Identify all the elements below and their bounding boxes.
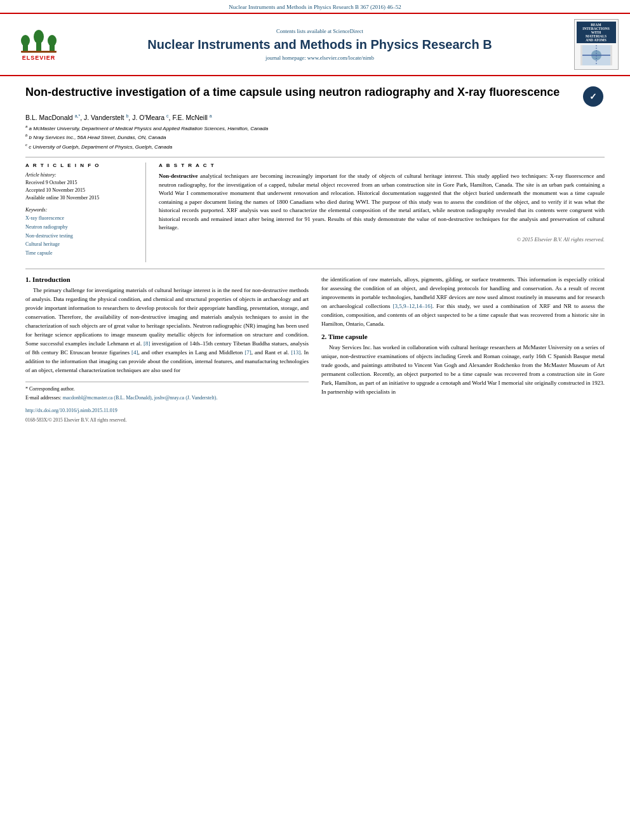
- crossmark-icon: ✓: [583, 86, 603, 107]
- beam-box-title: BEAMINTERACTIONSWITHMATERIALSAND ATOMS: [577, 22, 616, 43]
- divider-2: [25, 269, 605, 269]
- svg-point-4: [34, 30, 44, 44]
- keywords-title: Keywords:: [25, 207, 136, 213]
- svg-point-5: [48, 35, 57, 46]
- affil-b: b b Nray Services Inc., 56A Head Street,…: [25, 133, 605, 142]
- authors-line: B.L. MacDonald a,*, J. Vanderstelt b, J.…: [25, 113, 605, 121]
- elsevier-tree-icon: [20, 28, 58, 53]
- body-content: 1. Introduction The primary challenge fo…: [25, 276, 605, 423]
- author-vanderstelt: J. Vanderstelt b: [84, 114, 128, 121]
- journal-header: ELSEVIER Contents lists available at Sci…: [0, 13, 630, 76]
- footnote-email: E-mail addresses: macdonbl@mcmaster.ca (…: [25, 394, 309, 402]
- abstract-label: A B S T R A C T: [159, 163, 605, 168]
- accepted-date: Accepted 10 November 2015: [25, 187, 136, 194]
- journal-homepage: journal homepage: www.elsevier.com/locat…: [265, 55, 374, 61]
- right-column: the identification of raw materials, all…: [321, 276, 605, 423]
- svg-rect-6: [21, 51, 57, 53]
- elsevier-logo-area: ELSEVIER: [10, 19, 67, 70]
- paper-title: Non-destructive investigation of a time …: [25, 85, 575, 100]
- keywords-group: Keywords: X-ray fluorescence Neutron rad…: [25, 207, 136, 257]
- keyword-4[interactable]: Cultural heritage: [25, 240, 136, 249]
- keyword-3[interactable]: Non-destructive testing: [25, 232, 136, 241]
- article-info-abstract-section: A R T I C L E I N F O Article history: R…: [25, 163, 605, 262]
- journal-citation-text: Nuclear Instruments and Methods in Physi…: [229, 4, 401, 10]
- keywords-list: X-ray fluorescence Neutron radiography N…: [25, 214, 136, 257]
- affil-c: c c University of Guelph, Department of …: [25, 142, 605, 151]
- time-capsule-heading: 2. Time capsule: [321, 333, 605, 340]
- footnote-section: * Corresponding author. E-mail addresses…: [25, 382, 309, 423]
- author-macdonald: B.L. MacDonald a,*: [25, 114, 80, 121]
- article-history-group: Article history: Received 9 October 2015…: [25, 172, 136, 202]
- main-content: Non-destructive investigation of a time …: [0, 76, 630, 430]
- available-date: Available online 30 November 2015: [25, 194, 136, 202]
- introduction-heading: 1. Introduction: [25, 276, 309, 283]
- intro-paragraph-1: The primary challenge for investigating …: [25, 286, 309, 375]
- copyright-notice: © 2015 Elsevier B.V. All rights reserved…: [159, 236, 605, 243]
- journal-citation-bar: Nuclear Instruments and Methods in Physi…: [0, 0, 630, 13]
- svg-point-3: [21, 35, 30, 46]
- sciencedirect-label: Contents lists available at ScienceDirec…: [276, 28, 363, 34]
- beam-interactions-box-area: BEAMINTERACTIONSWITHMATERIALSAND ATOMS: [572, 19, 620, 70]
- abstract-column: A B S T R A C T Non-destructive analytic…: [159, 163, 605, 262]
- journal-title: Nuclear Instruments and Methods in Physi…: [147, 37, 492, 52]
- elsevier-label: ELSEVIER: [22, 55, 56, 61]
- copyright-footer: 0168-583X/© 2015 Elsevier B.V. All right…: [25, 417, 309, 423]
- received-date: Received 9 October 2015: [25, 179, 136, 187]
- time-capsule-paragraph-1: Nray Services Inc. has worked in collabo…: [321, 343, 605, 397]
- affil-a: a a McMaster University, Department of M…: [25, 124, 605, 133]
- abstract-text: Non-destructive analytical techniques ar…: [159, 172, 605, 232]
- journal-title-area: Contents lists available at ScienceDirec…: [74, 19, 566, 70]
- affiliations: a a McMaster University, Department of M…: [25, 124, 605, 151]
- beam-image: [580, 45, 612, 65]
- article-history-title: Article history:: [25, 172, 136, 178]
- intro-paragraph-2: the identification of raw materials, all…: [321, 276, 605, 329]
- email-links[interactable]: macdonbl@mcmaster.ca (B.L. MacDonald), j…: [63, 395, 218, 401]
- article-info-label: A R T I C L E I N F O: [25, 163, 136, 168]
- keyword-2[interactable]: Neutron radiography: [25, 223, 136, 232]
- left-column: 1. Introduction The primary challenge fo…: [25, 276, 309, 423]
- page: Nuclear Instruments and Methods in Physi…: [0, 0, 630, 840]
- crossmark-badge[interactable]: ✓: [582, 85, 605, 108]
- doi-line[interactable]: http://dx.doi.org/10.1016/j.nimb.2015.11…: [25, 407, 309, 415]
- keyword-5[interactable]: Time capsule: [25, 249, 136, 258]
- author-mcneill: F.E. McNeill a: [172, 114, 211, 121]
- footnote-corresponding: * Corresponding author.: [25, 385, 309, 393]
- sciencedirect-link[interactable]: ScienceDirect: [333, 28, 363, 34]
- author-omeara: J. O'Meara c: [132, 114, 168, 121]
- divider-1: [25, 157, 605, 157]
- paper-title-section: Non-destructive investigation of a time …: [25, 85, 605, 108]
- beam-interactions-box: BEAMINTERACTIONSWITHMATERIALSAND ATOMS: [574, 19, 619, 70]
- article-info-column: A R T I C L E I N F O Article history: R…: [25, 163, 146, 262]
- keyword-1[interactable]: X-ray fluorescence: [25, 214, 136, 223]
